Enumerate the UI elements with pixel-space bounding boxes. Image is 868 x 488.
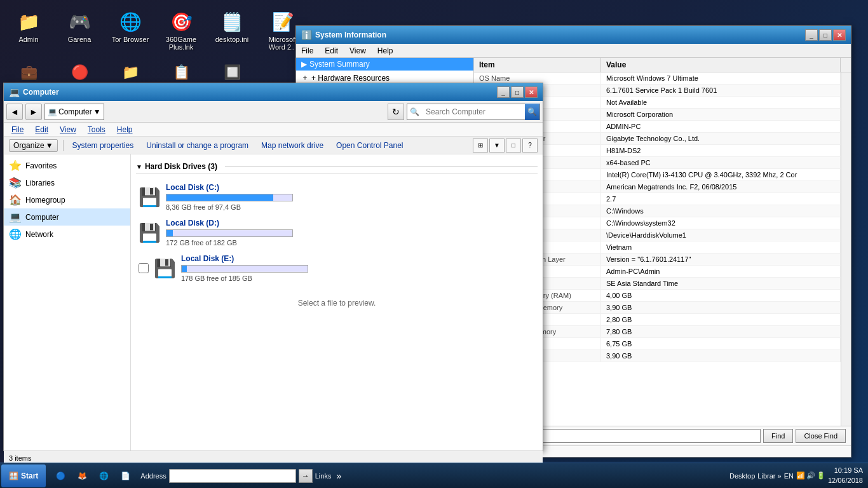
desktop-icon-360game[interactable]: 🎯 360Game Plus.lnk — [159, 6, 203, 53]
explorer-toolbar: ◄ ► 💻 Computer ▼ ↻ 🔍 🔍 — [4, 101, 543, 123]
admin-icon: 📁 — [16, 9, 41, 34]
taskbar-network-icon[interactable]: 📶 — [796, 471, 805, 480]
taskbar-app-firefox[interactable]: 🦊 — [72, 466, 92, 486]
disk-item-e[interactable]: 💾 Local Disk (E:) 178 GB free of 185 GB — [136, 250, 538, 286]
sysinfo-menu-edit[interactable]: Edit — [322, 45, 341, 57]
explorer-menu-help[interactable]: Help — [114, 124, 135, 135]
taskbar-volume-icon[interactable]: 🔊 — [806, 471, 815, 480]
control-panel-button[interactable]: Open Control Panel — [332, 140, 407, 151]
preview-area: Select a file to preview. — [136, 286, 538, 320]
sidebar-item-computer[interactable]: 💻 Computer — [4, 208, 130, 226]
homegroup-icon: 🏠 — [9, 194, 22, 206]
disk-c-info: Local Disk (C:) 8,36 GB free of 97,4 GB — [166, 183, 535, 211]
sysinfo-title: System Information — [315, 30, 805, 39]
sysinfo-cell-value: Vietnam — [601, 241, 841, 253]
r2-icon-3: 📁 — [118, 60, 143, 85]
tor-icon: 🌐 — [118, 9, 143, 34]
desktop-icon-admin[interactable]: 📁 Admin — [6, 6, 51, 53]
organize-button[interactable]: Organize ▼ — [9, 139, 58, 152]
sysinfo-cell-value: \Device\HarddiskVolume1 — [601, 229, 841, 241]
explorer-menu-edit[interactable]: Edit — [32, 124, 51, 135]
computer-titlebar: 💻 Computer _ □ ✕ — [4, 83, 543, 101]
explorer-main[interactable]: ▼ Hard Disk Drives (3) 💾 Local Disk (C:)… — [131, 154, 543, 451]
refresh-button[interactable]: ↻ — [388, 104, 404, 120]
search-button[interactable]: 🔍 — [525, 104, 539, 120]
start-button[interactable]: 🪟 Start — [1, 464, 46, 487]
360game-label: 360Game Plus.lnk — [161, 36, 201, 51]
sysinfo-menubar: File Edit View Help — [296, 44, 851, 58]
forward-button[interactable]: ► — [25, 104, 42, 120]
desktop: 📁 Admin 🎮 Garena 🌐 Tor Browser 🎯 360Game… — [0, 0, 868, 488]
sysinfo-close-find-button[interactable]: Close Find — [796, 429, 846, 443]
back-button[interactable]: ◄ — [6, 104, 23, 120]
sysinfo-maximize-button[interactable]: □ — [819, 29, 832, 41]
sysinfo-cell-value: 3,90 GB — [601, 350, 841, 362]
sysinfo-cell-value: H81M-DS2 — [601, 145, 841, 156]
explorer-menu-tools[interactable]: Tools — [85, 124, 108, 135]
taskbar-app-notepad[interactable]: 📄 — [115, 466, 135, 486]
sidebar-item-homegroup[interactable]: 🏠 Homegroup — [4, 191, 130, 208]
view-details-button[interactable]: ⊞ — [473, 139, 488, 152]
sysinfo-cell-value: x64-based PC — [601, 157, 841, 168]
sysinfo-close-button[interactable]: ✕ — [833, 29, 846, 41]
sidebar-item-network[interactable]: 🌐 Network — [4, 226, 130, 243]
search-input[interactable] — [422, 107, 525, 116]
sysinfo-menu-help[interactable]: Help — [375, 45, 396, 57]
sysinfo-scrollbar[interactable] — [841, 72, 851, 426]
map-network-button[interactable]: Map network drive — [257, 140, 327, 151]
desktop-icon-desktopini[interactable]: 🗒️ desktop.ini — [210, 6, 254, 53]
computer-maximize-button[interactable]: □ — [511, 86, 524, 98]
computer-title: Computer — [23, 88, 497, 97]
sidebar-item-libraries[interactable]: 📚 Libraries — [4, 174, 130, 191]
disk-e-checkbox[interactable] — [139, 263, 149, 273]
address-bar-container: 💻 Computer ▼ — [44, 104, 385, 120]
sysinfo-cell-value: 4,00 GB — [601, 290, 841, 301]
taskbar-arrows[interactable]: » — [334, 471, 344, 481]
sysinfo-menu-file[interactable]: File — [299, 45, 316, 57]
computer-folder-icon: 💻 — [48, 107, 57, 116]
sysinfo-cell-value: 6,75 GB — [601, 338, 841, 349]
sidebar-item-favorites[interactable]: ⭐ Favorites — [4, 157, 130, 174]
taskbar-library-label[interactable]: Librar » — [757, 472, 781, 480]
r2-icon-5: 🔲 — [219, 60, 245, 85]
computer-close-button[interactable]: ✕ — [525, 86, 538, 98]
disk-item-c[interactable]: 💾 Local Disk (C:) 8,36 GB free of 97,4 G… — [136, 179, 538, 215]
sysinfo-cell-value: American Megatrends Inc. F2, 06/08/2015 — [601, 181, 841, 193]
sysinfo-minimize-button[interactable]: _ — [805, 29, 818, 41]
sysinfo-find-button[interactable]: Find — [763, 429, 793, 443]
explorer-menu-file[interactable]: File — [9, 124, 26, 135]
taskbar-en-label[interactable]: EN — [784, 472, 794, 480]
taskbar-desktop-label[interactable]: Desktop — [729, 472, 755, 480]
explorer-menu-view[interactable]: View — [57, 124, 79, 135]
hdd-expand-icon[interactable]: ▼ — [136, 163, 142, 170]
taskbar-address-input[interactable] — [169, 469, 296, 483]
desktop-icon-tor[interactable]: 🌐 Tor Browser — [108, 6, 153, 53]
disk-item-d[interactable]: 💾 Local Disk (D:) 172 GB free of 182 GB — [136, 215, 538, 250]
search-container: 🔍 🔍 — [407, 104, 540, 120]
desktop-icon-garena[interactable]: 🎮 Garena — [57, 6, 102, 53]
sysinfo-menu-view[interactable]: View — [347, 45, 369, 57]
view-pane-button[interactable]: □ — [506, 139, 521, 152]
sysinfo-tree-system-summary[interactable]: ▶ System Summary — [296, 58, 473, 71]
taskbar-address-label: Address — [140, 472, 166, 480]
computer-minimize-button[interactable]: _ — [497, 86, 510, 98]
sysinfo-cell-value: Intel(R) Core(TM) i3-4130 CPU @ 3.40GHz,… — [601, 169, 841, 180]
tor-label: Tor Browser — [112, 36, 149, 43]
help-button[interactable]: ? — [522, 139, 538, 152]
taskbar-app-ie[interactable]: 🌐 — [93, 466, 114, 486]
taskbar-battery-icon[interactable]: 🔋 — [817, 471, 825, 480]
view-dropdown-button[interactable]: ▼ — [489, 139, 505, 152]
taskbar-address-go-button[interactable]: → — [299, 469, 313, 483]
sysinfo-cell-value: Microsoft Windows 7 Ultimate — [601, 72, 841, 84]
organize-chevron: ▼ — [46, 141, 53, 150]
taskbar-clock[interactable]: 10:19 SA 12/06/2018 — [828, 466, 863, 485]
windows-icon: 🪟 — [9, 471, 18, 480]
hw-icon: ＋ — [301, 72, 309, 83]
uninstall-button[interactable]: Uninstall or change a program — [142, 140, 252, 151]
address-icon-label: 💻 Computer ▼ — [44, 104, 104, 120]
disk-d-icon: 💾 — [139, 222, 161, 243]
disk-e-icon: 💾 — [154, 258, 176, 279]
system-properties-button[interactable]: System properties — [69, 140, 138, 151]
taskbar-app-chrome[interactable]: 🔵 — [50, 466, 71, 486]
sysinfo-cell-value: 3,90 GB — [601, 302, 841, 313]
